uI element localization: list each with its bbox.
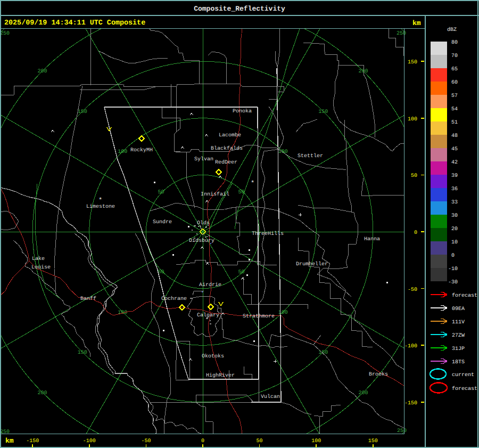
svg-text:50: 50 xyxy=(238,270,244,275)
svg-text:Composite_Reflectivity: Composite_Reflectivity xyxy=(194,5,285,13)
svg-text:150: 150 xyxy=(78,350,87,356)
svg-text:10: 10 xyxy=(451,240,458,246)
svg-text:-50: -50 xyxy=(141,438,151,444)
svg-text:Sundre: Sundre xyxy=(153,219,172,225)
svg-text:Hanna: Hanna xyxy=(364,237,380,242)
svg-text:100: 100 xyxy=(408,117,417,123)
svg-text:RedDeer: RedDeer xyxy=(215,159,237,166)
svg-text:51: 51 xyxy=(451,120,458,126)
svg-text:*: * xyxy=(251,180,254,187)
svg-text:0: 0 xyxy=(201,438,204,444)
svg-text:18TS: 18TS xyxy=(452,360,465,365)
svg-text:09EA: 09EA xyxy=(452,306,465,312)
svg-text:111V: 111V xyxy=(452,320,465,325)
svg-text:Drumheller: Drumheller xyxy=(296,261,328,267)
svg-text:Banff: Banff xyxy=(80,296,96,302)
svg-text:-10: -10 xyxy=(448,266,458,272)
svg-text:-30: -30 xyxy=(448,280,458,286)
svg-text:Lake: Lake xyxy=(32,256,45,262)
svg-text:Airdrie: Airdrie xyxy=(199,282,221,288)
svg-text:Didsbury: Didsbury xyxy=(189,238,214,244)
svg-text:km: km xyxy=(5,437,14,445)
svg-text:150: 150 xyxy=(368,438,378,444)
svg-text:Sylvan: Sylvan xyxy=(194,156,213,162)
svg-text:Blackfalds: Blackfalds xyxy=(211,145,243,152)
svg-text:150: 150 xyxy=(318,109,328,115)
svg-text:150: 150 xyxy=(78,109,87,115)
svg-text:150: 150 xyxy=(408,60,417,66)
svg-text:km: km xyxy=(412,19,421,27)
svg-text:20: 20 xyxy=(451,226,458,232)
svg-text:100: 100 xyxy=(278,310,288,316)
svg-text:RockyMH: RockyMH xyxy=(130,147,153,153)
svg-text:Stettler: Stettler xyxy=(298,153,323,159)
svg-text:Calgary: Calgary xyxy=(197,312,219,319)
svg-text:dBZ: dBZ xyxy=(447,27,457,33)
svg-text:100: 100 xyxy=(118,149,127,155)
svg-text:current: current xyxy=(452,372,474,378)
svg-text:250: 250 xyxy=(0,31,10,37)
svg-text:42: 42 xyxy=(451,160,458,166)
svg-text:200: 200 xyxy=(359,390,368,396)
svg-text:65: 65 xyxy=(451,67,458,72)
svg-text:0: 0 xyxy=(451,253,455,259)
svg-text:Innisfail: Innisfail xyxy=(201,191,229,198)
svg-text:Ponoka: Ponoka xyxy=(233,108,252,115)
svg-text:Limestone: Limestone xyxy=(86,203,115,210)
svg-text:31JP: 31JP xyxy=(452,346,465,352)
svg-text:80: 80 xyxy=(451,40,458,46)
svg-text:HighRiver: HighRiver xyxy=(206,372,235,379)
svg-text:57: 57 xyxy=(451,93,458,99)
svg-text:250: 250 xyxy=(397,428,407,434)
svg-text:-150: -150 xyxy=(404,401,417,406)
svg-text:ThreeHills: ThreeHills xyxy=(252,231,284,237)
svg-text:250: 250 xyxy=(0,429,10,435)
svg-text:100: 100 xyxy=(118,310,127,316)
svg-text:50: 50 xyxy=(238,190,244,196)
svg-text:Brooks: Brooks xyxy=(369,371,388,378)
svg-text:*: * xyxy=(98,197,102,204)
svg-text:48: 48 xyxy=(451,133,458,139)
svg-text:150: 150 xyxy=(318,350,328,356)
svg-text:Olds: Olds xyxy=(197,220,210,226)
svg-text:-50: -50 xyxy=(408,287,417,293)
svg-text:50: 50 xyxy=(411,173,417,179)
svg-text:Strathmore: Strathmore xyxy=(243,313,275,320)
svg-text:200: 200 xyxy=(37,69,47,75)
svg-text:45: 45 xyxy=(451,146,458,152)
svg-text:33: 33 xyxy=(451,200,458,206)
svg-text:39: 39 xyxy=(451,173,458,179)
svg-text:-100: -100 xyxy=(404,344,417,349)
svg-text:Louise: Louise xyxy=(31,264,51,271)
svg-text:Vulcan: Vulcan xyxy=(261,394,280,400)
svg-text:0: 0 xyxy=(414,230,417,236)
svg-text:70: 70 xyxy=(451,53,458,59)
svg-text:54: 54 xyxy=(451,107,458,112)
svg-text:200: 200 xyxy=(37,390,47,396)
svg-text:50: 50 xyxy=(158,190,164,196)
svg-text:250: 250 xyxy=(397,31,406,37)
svg-text:-100: -100 xyxy=(83,438,96,444)
svg-text:60: 60 xyxy=(451,80,458,86)
svg-text:-150: -150 xyxy=(26,438,39,444)
svg-text:Lacombe: Lacombe xyxy=(219,132,241,139)
svg-text:30: 30 xyxy=(451,213,458,219)
svg-text:27ZW: 27ZW xyxy=(452,333,465,339)
svg-text:100: 100 xyxy=(311,438,321,444)
svg-text:forecast: forecast xyxy=(452,386,477,392)
svg-text:36: 36 xyxy=(451,186,458,192)
svg-text:2025/09/19 14:34:11 UTC Compos: 2025/09/19 14:34:11 UTC Composite xyxy=(4,19,145,27)
svg-text:Okotoks: Okotoks xyxy=(202,353,224,360)
svg-text:forecast: forecast xyxy=(452,292,477,299)
svg-text:Cochrane: Cochrane xyxy=(161,296,187,302)
svg-text:50: 50 xyxy=(257,438,263,444)
